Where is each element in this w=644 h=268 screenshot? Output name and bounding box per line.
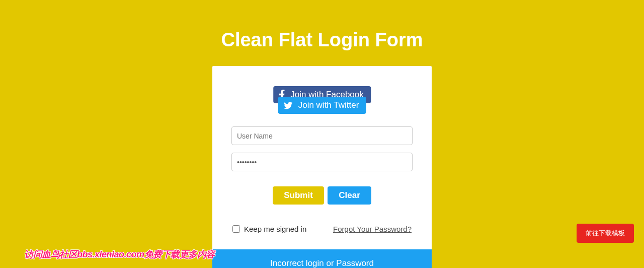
action-buttons: Submit Clear: [231, 186, 413, 205]
download-template-button[interactable]: 前往下载模板: [577, 224, 634, 243]
twitter-icon: [283, 101, 293, 110]
password-input[interactable]: [231, 153, 413, 171]
password-row: [231, 153, 413, 171]
clear-button[interactable]: Clear: [328, 186, 371, 205]
watermark-text: 访问血鸟社区bbs.xieniao.com免费下载更多内容: [24, 248, 215, 260]
keep-signed-checkbox[interactable]: [232, 225, 240, 233]
username-input[interactable]: [231, 126, 413, 145]
username-row: [231, 126, 413, 145]
options-row: Keep me signed in Forgot Your Password?: [231, 225, 413, 233]
forgot-password-link[interactable]: Forgot Your Password?: [333, 225, 412, 233]
twitter-join-button[interactable]: Join with Twitter: [278, 97, 366, 114]
keep-signed-label[interactable]: Keep me signed in: [232, 225, 306, 233]
keep-signed-text: Keep me signed in: [244, 225, 306, 233]
login-card: Join with Facebook Join with Twitter Sub…: [212, 66, 432, 268]
submit-button[interactable]: Submit: [273, 186, 324, 205]
twitter-join-label: Join with Twitter: [298, 100, 359, 110]
error-message-bar: Incorrect login or Password: [212, 249, 432, 268]
social-buttons: Join with Facebook Join with Twitter: [231, 86, 413, 115]
page-title: Clean Flat Login Form: [0, 0, 644, 66]
